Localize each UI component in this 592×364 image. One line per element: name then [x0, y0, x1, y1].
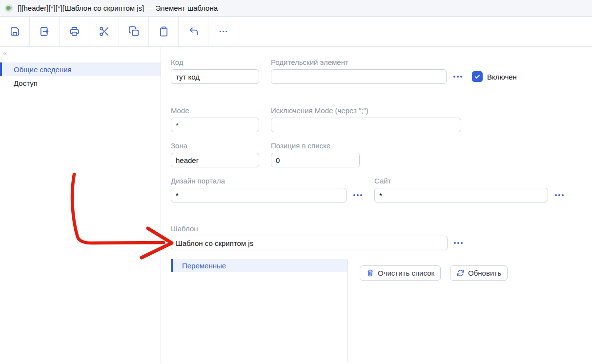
- template-label: Шаблон: [171, 224, 448, 233]
- mode-exceptions-label: Исключения Mode (через ";"): [271, 106, 461, 115]
- row-zone-position: Зона Позиция в списке: [171, 142, 592, 167]
- site-browse-button[interactable]: [554, 188, 565, 202]
- field-mode-exceptions: Исключения Mode (через ";"): [271, 106, 461, 132]
- parent-input[interactable]: [271, 69, 447, 84]
- template-input[interactable]: [171, 236, 448, 250]
- sidebar-nav: Общие сведения Доступ: [0, 62, 161, 90]
- trash-icon: [366, 269, 374, 277]
- design-browse-button[interactable]: [352, 188, 363, 202]
- toolbar: [0, 17, 592, 47]
- window-title: [][header][*][*][Шаблон со скриптом js] …: [18, 4, 218, 12]
- sidebar: « Общие сведения Доступ: [0, 47, 161, 364]
- row-template: Шаблон: [171, 224, 592, 250]
- app-window: [][header][*][*][Шаблон со скриптом js] …: [0, 0, 592, 364]
- collapse-sidebar-button[interactable]: «: [3, 49, 7, 57]
- undo-icon: [188, 26, 199, 37]
- clipboard-icon: [158, 26, 169, 37]
- clear-list-button[interactable]: Очистить список: [360, 265, 441, 281]
- field-parent: Родительский элемент: [271, 58, 447, 84]
- field-zone: Зона: [171, 142, 259, 167]
- undo-button[interactable]: [179, 17, 208, 46]
- field-site: Сайт: [374, 177, 548, 202]
- copy-button[interactable]: [119, 17, 149, 46]
- position-label: Позиция в списке: [271, 142, 360, 150]
- field-code: Код: [171, 58, 259, 84]
- save-and-go-button[interactable]: [30, 17, 60, 46]
- sidebar-item-label: Доступ: [14, 79, 38, 87]
- site-label: Сайт: [374, 177, 548, 185]
- field-template: Шаблон: [171, 224, 448, 250]
- field-design: Дизайн портала: [171, 177, 347, 202]
- copy-icon: [128, 26, 140, 37]
- position-input[interactable]: [271, 153, 360, 167]
- zone-label: Зона: [171, 142, 259, 150]
- save-button[interactable]: [0, 17, 30, 46]
- variables-section: Переменные Очистить список: [171, 259, 592, 362]
- checkbox-checked-icon: [472, 71, 483, 82]
- refresh-icon: [456, 269, 465, 277]
- enabled-checkbox[interactable]: Включен: [472, 71, 517, 82]
- parent-browse-button[interactable]: [452, 69, 463, 84]
- save-and-go-icon: [39, 26, 50, 37]
- sidebar-item-label: Общие сведения: [14, 65, 72, 74]
- print-button[interactable]: [60, 17, 89, 46]
- more-button[interactable]: [208, 17, 238, 46]
- sidebar-item-general[interactable]: Общие сведения: [0, 62, 161, 76]
- form-area: Код Родительский элемент Включен: [161, 47, 592, 364]
- zone-input[interactable]: [171, 153, 259, 167]
- parent-label: Родительский элемент: [271, 58, 447, 66]
- row-mode: Mode Исключения Mode (через ";"): [171, 106, 592, 132]
- content: « Общие сведения Доступ Код Родительский…: [0, 47, 592, 364]
- app-logo-icon: [4, 3, 14, 13]
- tab-variables[interactable]: Переменные: [171, 259, 347, 272]
- field-position: Позиция в списке: [271, 142, 360, 167]
- sidebar-item-access[interactable]: Доступ: [0, 76, 161, 90]
- code-input[interactable]: [171, 69, 259, 84]
- code-label: Код: [171, 58, 259, 66]
- row-code-parent: Код Родительский элемент Включен: [171, 58, 592, 84]
- print-icon: [69, 26, 80, 37]
- cut-button[interactable]: [89, 17, 119, 46]
- refresh-button[interactable]: Обновить: [450, 265, 508, 281]
- paste-button[interactable]: [149, 17, 179, 46]
- variables-list-empty: [171, 272, 347, 362]
- tab-variables-label: Переменные: [182, 262, 226, 270]
- clear-list-label: Очистить список: [378, 269, 434, 277]
- design-label: Дизайн портала: [171, 177, 347, 185]
- ellipsis-icon: [218, 26, 229, 37]
- mode-label: Mode: [171, 106, 259, 115]
- design-input[interactable]: [171, 188, 347, 202]
- variables-panel: Переменные: [171, 259, 348, 362]
- titlebar: [][header][*][*][Шаблон со скриптом js] …: [0, 0, 592, 17]
- field-mode: Mode: [171, 106, 259, 132]
- template-browse-button[interactable]: [453, 236, 464, 250]
- enabled-label: Включен: [487, 73, 517, 81]
- scissors-icon: [99, 26, 110, 37]
- row-design-site: Дизайн портала Сайт: [171, 177, 592, 202]
- mode-exceptions-input[interactable]: [271, 118, 461, 132]
- site-input[interactable]: [374, 188, 548, 202]
- mode-input[interactable]: [171, 118, 259, 132]
- save-icon: [9, 26, 20, 37]
- variables-actions: Очистить список Обновить: [360, 259, 508, 281]
- refresh-label: Обновить: [468, 269, 501, 277]
